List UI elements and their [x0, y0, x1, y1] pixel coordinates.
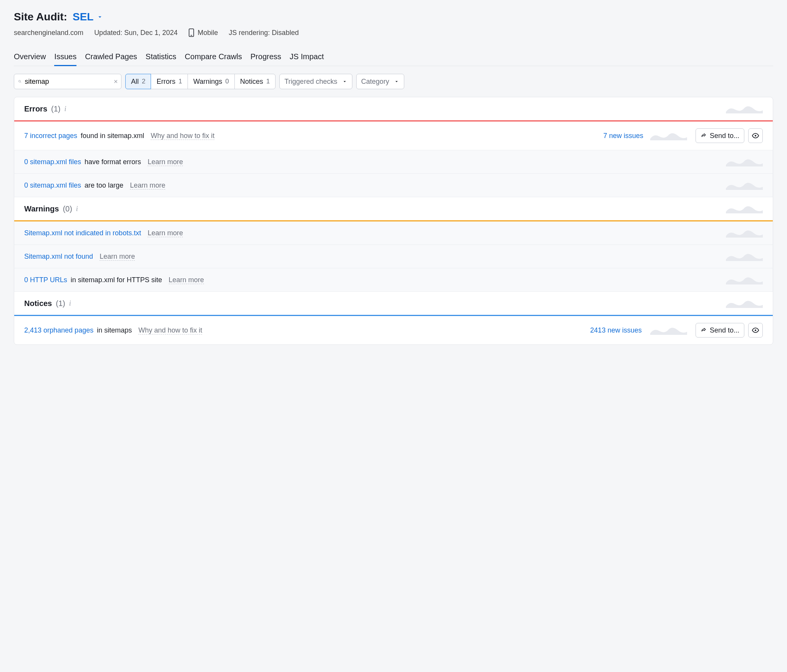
view-button[interactable]	[748, 128, 763, 143]
issue-learn-more[interactable]: Learn more	[130, 181, 165, 190]
filter-warnings[interactable]: Warnings 0	[188, 74, 235, 89]
filter-notices-label: Notices	[240, 78, 263, 86]
send-to-button-label: Send to...	[710, 326, 739, 334]
issue-learn-more[interactable]: Learn more	[169, 276, 204, 284]
issue-row-http-urls: 0 HTTP URLs in sitemap.xml for HTTPS sit…	[14, 268, 773, 291]
share-arrow-icon	[701, 133, 707, 139]
meta-device: Mobile	[188, 28, 218, 37]
issue-link[interactable]: 0 sitemap.xml files	[24, 181, 81, 189]
send-to-button[interactable]: Send to...	[696, 323, 744, 338]
meta-js-rendering: JS rendering: Disabled	[229, 29, 299, 37]
issue-rest-text: in sitemap.xml for HTTPS site	[71, 276, 162, 284]
filter-errors-count: 1	[178, 78, 182, 85]
dropdown-category[interactable]: Category	[356, 74, 404, 89]
tab-js-impact[interactable]: JS Impact	[290, 48, 324, 66]
send-to-button-label: Send to...	[710, 132, 739, 140]
sparkline-placeholder	[726, 275, 763, 284]
filter-notices-count: 1	[266, 78, 270, 85]
svg-point-2	[19, 80, 21, 82]
issue-row-orphaned: 2,413 orphaned pages in sitemaps Why and…	[14, 316, 773, 344]
filter-all[interactable]: All 2	[125, 74, 151, 89]
tab-crawled-pages[interactable]: Crawled Pages	[85, 48, 137, 66]
mobile-icon	[188, 28, 194, 37]
tab-overview[interactable]: Overview	[14, 48, 46, 66]
sparkline-placeholder	[726, 228, 763, 238]
issue-learn-more[interactable]: Why and how to fix it	[151, 132, 214, 140]
group-warnings-title: Warnings	[24, 205, 59, 213]
svg-point-7	[755, 329, 756, 331]
issue-rest-text: are too large	[85, 181, 123, 189]
filter-notices[interactable]: Notices 1	[234, 74, 276, 89]
dropdown-category-label: Category	[361, 78, 389, 86]
group-warnings-count: (0)	[63, 205, 72, 213]
sparkline-placeholder	[726, 299, 763, 308]
sparkline-placeholder	[726, 104, 763, 113]
group-warnings-header: Warnings (0) i	[14, 197, 773, 220]
issue-rest-text: found in sitemap.xml	[81, 132, 144, 140]
info-icon[interactable]: i	[64, 105, 66, 113]
filter-errors-label: Errors	[156, 78, 175, 86]
chevron-down-icon	[394, 79, 399, 84]
share-arrow-icon	[701, 327, 707, 333]
filter-warnings-label: Warnings	[193, 78, 222, 86]
tab-issues[interactable]: Issues	[54, 48, 76, 66]
send-to-button[interactable]: Send to...	[696, 128, 744, 143]
view-button[interactable]	[748, 323, 763, 338]
issue-rest-text: in sitemaps	[97, 326, 132, 334]
sparkline-placeholder	[726, 181, 763, 190]
meta-device-label: Mobile	[198, 29, 218, 37]
issue-row-robots: Sitemap.xml not indicated in robots.txt …	[14, 221, 773, 245]
tab-progress[interactable]: Progress	[251, 48, 281, 66]
issue-learn-more[interactable]: Why and how to fix it	[138, 326, 202, 334]
tab-compare-crawls[interactable]: Compare Crawls	[185, 48, 242, 66]
search-input-wrap[interactable]	[14, 74, 121, 89]
group-notices-count: (1)	[56, 299, 65, 308]
meta-domain: searchengineland.com	[14, 29, 83, 37]
sparkline-placeholder	[650, 131, 687, 140]
issue-row-incorrect-pages: 7 incorrect pages found in sitemap.xml W…	[14, 121, 773, 150]
info-icon[interactable]: i	[76, 205, 78, 213]
clear-icon[interactable]	[114, 79, 117, 84]
tabs-nav: Overview Issues Crawled Pages Statistics…	[14, 48, 773, 66]
page-title-row: Site Audit: SEL	[14, 11, 773, 23]
tab-statistics[interactable]: Statistics	[146, 48, 176, 66]
sparkline-placeholder	[726, 157, 763, 166]
issue-link[interactable]: Sitemap.xml not indicated in robots.txt	[24, 229, 141, 237]
group-errors-title: Errors	[24, 105, 47, 113]
issue-link[interactable]: 0 sitemap.xml files	[24, 158, 81, 166]
group-errors-header: Errors (1) i	[14, 97, 773, 120]
filter-warnings-count: 0	[225, 78, 229, 85]
info-icon[interactable]: i	[69, 299, 71, 308]
meta-row: searchengineland.com Updated: Sun, Dec 1…	[14, 28, 773, 37]
svg-line-3	[20, 82, 21, 83]
issue-link[interactable]: 2,413 orphaned pages	[24, 326, 93, 334]
group-notices-title: Notices	[24, 299, 52, 308]
issue-link[interactable]: 7 incorrect pages	[24, 132, 77, 140]
results-panel: Errors (1) i 7 incorrect pages found in …	[14, 97, 773, 345]
project-selector-label: SEL	[73, 11, 93, 23]
chevron-down-icon	[342, 79, 347, 84]
sparkline-placeholder	[726, 204, 763, 213]
dropdown-triggered-checks[interactable]: Triggered checks	[279, 74, 352, 89]
issue-link[interactable]: Sitemap.xml not found	[24, 253, 93, 260]
meta-updated: Updated: Sun, Dec 1, 2024	[94, 29, 178, 37]
search-input[interactable]	[25, 78, 114, 86]
eye-icon	[752, 132, 759, 140]
sparkline-placeholder	[726, 252, 763, 261]
filter-all-count: 2	[142, 78, 145, 85]
toolbar: All 2 Errors 1 Warnings 0 Notices 1 Trig…	[14, 74, 773, 89]
new-issues-link[interactable]: 2413 new issues	[590, 326, 642, 334]
sparkline-placeholder	[650, 326, 687, 335]
issue-row-notfound: Sitemap.xml not found Learn more	[14, 245, 773, 268]
issue-row-format-errors: 0 sitemap.xml files have format errors L…	[14, 150, 773, 173]
issue-learn-more[interactable]: Learn more	[100, 253, 135, 261]
issue-row-too-large: 0 sitemap.xml files are too large Learn …	[14, 173, 773, 197]
issue-link[interactable]: 0 HTTP URLs	[24, 276, 67, 284]
group-errors-count: (1)	[51, 105, 60, 113]
issue-learn-more[interactable]: Learn more	[148, 158, 183, 166]
filter-errors[interactable]: Errors 1	[151, 74, 188, 89]
project-selector[interactable]: SEL	[73, 11, 103, 23]
issue-learn-more[interactable]: Learn more	[148, 229, 183, 237]
new-issues-link[interactable]: 7 new issues	[603, 132, 642, 140]
svg-point-6	[755, 135, 756, 136]
